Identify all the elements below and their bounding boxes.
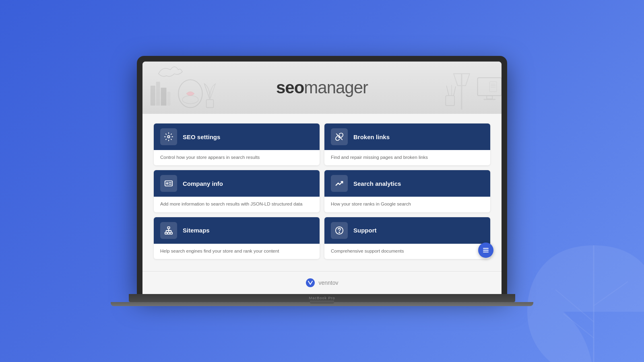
search-analytics-icon: [331, 175, 348, 192]
search-analytics-card[interactable]: Search analytics How your store ranks in…: [324, 170, 490, 212]
seo-settings-title: SEO settings: [183, 134, 220, 140]
search-analytics-title: Search analytics: [353, 180, 401, 187]
laptop-base: MacBook Pro: [129, 294, 515, 302]
sitemaps-title: Sitemaps: [183, 227, 210, 234]
venntov-brand-name: venntov: [318, 280, 338, 286]
sitemaps-card-header[interactable]: Sitemaps: [154, 217, 320, 244]
title-manager: manager: [304, 78, 368, 97]
bg-leaf-decoration: [523, 241, 644, 362]
support-card[interactable]: Support Comprehensive support documents: [324, 217, 490, 259]
support-title: Support: [353, 227, 377, 234]
screen-header: seomanager: [142, 62, 502, 114]
support-icon: [331, 222, 348, 239]
svg-line-20: [336, 134, 343, 140]
company-info-icon: [160, 175, 177, 192]
sitemaps-icon: [160, 222, 177, 239]
svg-rect-0: [151, 86, 155, 106]
company-info-title: Company info: [183, 180, 223, 187]
broken-links-description: Find and repair missing pages and broken…: [331, 154, 484, 160]
svg-rect-2: [161, 88, 167, 106]
venntov-logo: venntov: [305, 278, 338, 288]
app-title: seomanager: [276, 78, 368, 97]
svg-rect-25: [167, 226, 170, 228]
search-analytics-card-header[interactable]: Search analytics: [324, 170, 490, 197]
seo-settings-body: Control how your store appears in search…: [154, 150, 320, 165]
svg-rect-26: [165, 232, 167, 234]
list-icon: [482, 247, 489, 254]
broken-links-card[interactable]: Broken links Find and repair missing pag…: [324, 123, 490, 165]
seo-settings-description: Control how your store appears in search…: [160, 154, 313, 160]
support-body: Comprehensive support documents: [324, 244, 490, 259]
cards-grid: SEO settings Control how your store appe…: [154, 123, 490, 259]
svg-line-17: [454, 86, 456, 96]
sitemaps-card[interactable]: Sitemaps Help search engines find your s…: [154, 217, 320, 259]
company-info-card[interactable]: Company info Add more information to sea…: [154, 170, 320, 212]
screen-footer: venntov: [142, 271, 502, 294]
screen-inner: seomanager: [142, 62, 502, 294]
search-analytics-description: How your store ranks in Google search: [331, 201, 484, 207]
svg-line-15: [446, 86, 449, 96]
svg-point-19: [167, 136, 170, 138]
help-button[interactable]: [478, 243, 493, 258]
svg-rect-18: [206, 100, 214, 108]
search-analytics-body: How your store ranks in Google search: [324, 197, 490, 212]
seo-settings-card[interactable]: SEO settings Control how your store appe…: [154, 123, 320, 165]
seo-settings-icon: [160, 128, 177, 145]
broken-links-title: Broken links: [353, 134, 390, 140]
svg-rect-10: [489, 82, 497, 92]
laptop-wrapper: seomanager: [137, 56, 507, 306]
broken-links-icon: [331, 128, 348, 145]
broken-links-body: Find and repair missing pages and broken…: [324, 150, 490, 165]
svg-rect-28: [170, 232, 173, 234]
laptop-notch: [310, 300, 334, 304]
svg-rect-3: [167, 92, 170, 106]
svg-rect-14: [446, 96, 454, 106]
seo-settings-card-header[interactable]: SEO settings: [154, 123, 320, 150]
sitemaps-description: Help search engines find your store and …: [160, 248, 313, 254]
support-card-header[interactable]: Support: [324, 217, 490, 244]
svg-rect-9: [483, 99, 495, 100]
title-seo: seo: [276, 78, 304, 97]
screen-content: SEO settings Control how your store appe…: [142, 114, 502, 271]
venntov-logo-icon: [305, 278, 315, 288]
sitemaps-body: Help search engines find your store and …: [154, 244, 320, 259]
broken-links-card-header[interactable]: Broken links: [324, 123, 490, 150]
svg-point-5: [182, 96, 198, 104]
laptop-screen: seomanager: [137, 56, 507, 294]
support-description: Comprehensive support documents: [331, 248, 484, 254]
svg-rect-8: [487, 96, 492, 99]
laptop-model-label: MacBook Pro: [309, 296, 335, 300]
svg-point-22: [167, 183, 168, 185]
company-info-body: Add more information to search results w…: [154, 197, 320, 212]
company-info-description: Add more information to search results w…: [160, 201, 313, 207]
svg-point-36: [306, 278, 315, 287]
company-info-card-header[interactable]: Company info: [154, 170, 320, 197]
svg-rect-27: [167, 232, 170, 234]
svg-point-35: [339, 232, 340, 232]
svg-rect-1: [156, 82, 160, 105]
